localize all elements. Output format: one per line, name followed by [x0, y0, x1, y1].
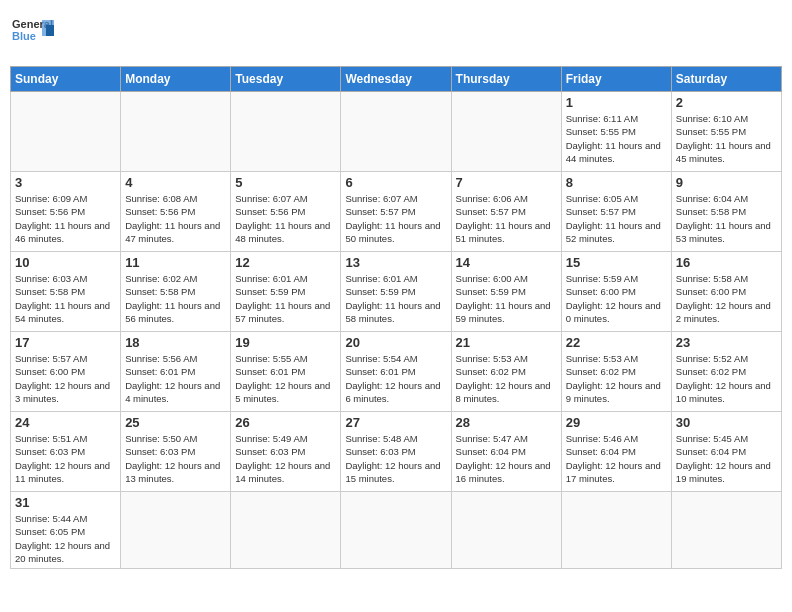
day-info: Sunrise: 5:52 AMSunset: 6:02 PMDaylight:…	[676, 352, 777, 405]
calendar-cell: 20Sunrise: 5:54 AMSunset: 6:01 PMDayligh…	[341, 332, 451, 412]
calendar-cell	[231, 92, 341, 172]
calendar-cell: 12Sunrise: 6:01 AMSunset: 5:59 PMDayligh…	[231, 252, 341, 332]
day-number: 26	[235, 415, 336, 430]
calendar-cell: 14Sunrise: 6:00 AMSunset: 5:59 PMDayligh…	[451, 252, 561, 332]
calendar-cell	[671, 492, 781, 569]
day-info: Sunrise: 6:10 AMSunset: 5:55 PMDaylight:…	[676, 112, 777, 165]
day-number: 20	[345, 335, 446, 350]
calendar-cell: 8Sunrise: 6:05 AMSunset: 5:57 PMDaylight…	[561, 172, 671, 252]
day-info: Sunrise: 5:59 AMSunset: 6:00 PMDaylight:…	[566, 272, 667, 325]
day-info: Sunrise: 6:02 AMSunset: 5:58 PMDaylight:…	[125, 272, 226, 325]
calendar-cell	[341, 92, 451, 172]
calendar-header-row: SundayMondayTuesdayWednesdayThursdayFrid…	[11, 67, 782, 92]
calendar-cell: 26Sunrise: 5:49 AMSunset: 6:03 PMDayligh…	[231, 412, 341, 492]
day-info: Sunrise: 6:01 AMSunset: 5:59 PMDaylight:…	[345, 272, 446, 325]
calendar-cell: 16Sunrise: 5:58 AMSunset: 6:00 PMDayligh…	[671, 252, 781, 332]
column-header-monday: Monday	[121, 67, 231, 92]
day-info: Sunrise: 6:00 AMSunset: 5:59 PMDaylight:…	[456, 272, 557, 325]
day-number: 18	[125, 335, 226, 350]
calendar-cell: 29Sunrise: 5:46 AMSunset: 6:04 PMDayligh…	[561, 412, 671, 492]
day-info: Sunrise: 6:07 AMSunset: 5:57 PMDaylight:…	[345, 192, 446, 245]
day-number: 24	[15, 415, 116, 430]
day-number: 29	[566, 415, 667, 430]
day-info: Sunrise: 5:48 AMSunset: 6:03 PMDaylight:…	[345, 432, 446, 485]
day-info: Sunrise: 5:57 AMSunset: 6:00 PMDaylight:…	[15, 352, 116, 405]
calendar-cell: 17Sunrise: 5:57 AMSunset: 6:00 PMDayligh…	[11, 332, 121, 412]
calendar-cell: 15Sunrise: 5:59 AMSunset: 6:00 PMDayligh…	[561, 252, 671, 332]
logo: General Blue	[10, 10, 60, 60]
day-info: Sunrise: 5:54 AMSunset: 6:01 PMDaylight:…	[345, 352, 446, 405]
day-number: 22	[566, 335, 667, 350]
day-number: 23	[676, 335, 777, 350]
day-info: Sunrise: 5:55 AMSunset: 6:01 PMDaylight:…	[235, 352, 336, 405]
day-info: Sunrise: 6:03 AMSunset: 5:58 PMDaylight:…	[15, 272, 116, 325]
day-number: 5	[235, 175, 336, 190]
day-number: 25	[125, 415, 226, 430]
logo-svg: General Blue	[10, 10, 60, 60]
calendar-cell: 27Sunrise: 5:48 AMSunset: 6:03 PMDayligh…	[341, 412, 451, 492]
calendar-cell: 13Sunrise: 6:01 AMSunset: 5:59 PMDayligh…	[341, 252, 451, 332]
calendar-cell: 7Sunrise: 6:06 AMSunset: 5:57 PMDaylight…	[451, 172, 561, 252]
day-number: 16	[676, 255, 777, 270]
calendar-cell	[561, 492, 671, 569]
calendar-cell: 19Sunrise: 5:55 AMSunset: 6:01 PMDayligh…	[231, 332, 341, 412]
day-number: 13	[345, 255, 446, 270]
svg-text:Blue: Blue	[12, 30, 36, 42]
day-number: 28	[456, 415, 557, 430]
calendar-cell	[11, 92, 121, 172]
day-info: Sunrise: 5:50 AMSunset: 6:03 PMDaylight:…	[125, 432, 226, 485]
day-info: Sunrise: 6:09 AMSunset: 5:56 PMDaylight:…	[15, 192, 116, 245]
column-header-friday: Friday	[561, 67, 671, 92]
calendar-cell: 30Sunrise: 5:45 AMSunset: 6:04 PMDayligh…	[671, 412, 781, 492]
day-number: 6	[345, 175, 446, 190]
calendar-cell: 1Sunrise: 6:11 AMSunset: 5:55 PMDaylight…	[561, 92, 671, 172]
day-info: Sunrise: 5:53 AMSunset: 6:02 PMDaylight:…	[566, 352, 667, 405]
day-info: Sunrise: 5:58 AMSunset: 6:00 PMDaylight:…	[676, 272, 777, 325]
day-info: Sunrise: 5:44 AMSunset: 6:05 PMDaylight:…	[15, 512, 116, 565]
column-header-sunday: Sunday	[11, 67, 121, 92]
calendar-cell	[231, 492, 341, 569]
calendar-cell: 25Sunrise: 5:50 AMSunset: 6:03 PMDayligh…	[121, 412, 231, 492]
day-info: Sunrise: 6:04 AMSunset: 5:58 PMDaylight:…	[676, 192, 777, 245]
column-header-thursday: Thursday	[451, 67, 561, 92]
day-number: 2	[676, 95, 777, 110]
day-number: 19	[235, 335, 336, 350]
calendar-cell: 28Sunrise: 5:47 AMSunset: 6:04 PMDayligh…	[451, 412, 561, 492]
calendar-cell: 23Sunrise: 5:52 AMSunset: 6:02 PMDayligh…	[671, 332, 781, 412]
day-info: Sunrise: 6:08 AMSunset: 5:56 PMDaylight:…	[125, 192, 226, 245]
day-number: 4	[125, 175, 226, 190]
day-info: Sunrise: 6:05 AMSunset: 5:57 PMDaylight:…	[566, 192, 667, 245]
day-info: Sunrise: 6:06 AMSunset: 5:57 PMDaylight:…	[456, 192, 557, 245]
day-number: 10	[15, 255, 116, 270]
calendar-cell: 31Sunrise: 5:44 AMSunset: 6:05 PMDayligh…	[11, 492, 121, 569]
calendar-cell: 22Sunrise: 5:53 AMSunset: 6:02 PMDayligh…	[561, 332, 671, 412]
day-number: 15	[566, 255, 667, 270]
day-number: 3	[15, 175, 116, 190]
day-info: Sunrise: 5:47 AMSunset: 6:04 PMDaylight:…	[456, 432, 557, 485]
column-header-saturday: Saturday	[671, 67, 781, 92]
calendar-cell: 11Sunrise: 6:02 AMSunset: 5:58 PMDayligh…	[121, 252, 231, 332]
day-info: Sunrise: 5:51 AMSunset: 6:03 PMDaylight:…	[15, 432, 116, 485]
calendar-cell: 9Sunrise: 6:04 AMSunset: 5:58 PMDaylight…	[671, 172, 781, 252]
day-info: Sunrise: 6:01 AMSunset: 5:59 PMDaylight:…	[235, 272, 336, 325]
day-info: Sunrise: 5:49 AMSunset: 6:03 PMDaylight:…	[235, 432, 336, 485]
day-number: 8	[566, 175, 667, 190]
calendar-cell: 21Sunrise: 5:53 AMSunset: 6:02 PMDayligh…	[451, 332, 561, 412]
calendar-cell	[451, 92, 561, 172]
day-number: 7	[456, 175, 557, 190]
calendar-cell: 2Sunrise: 6:10 AMSunset: 5:55 PMDaylight…	[671, 92, 781, 172]
calendar-table: SundayMondayTuesdayWednesdayThursdayFrid…	[10, 66, 782, 569]
calendar-cell: 10Sunrise: 6:03 AMSunset: 5:58 PMDayligh…	[11, 252, 121, 332]
calendar-cell: 6Sunrise: 6:07 AMSunset: 5:57 PMDaylight…	[341, 172, 451, 252]
column-header-wednesday: Wednesday	[341, 67, 451, 92]
calendar-cell: 24Sunrise: 5:51 AMSunset: 6:03 PMDayligh…	[11, 412, 121, 492]
calendar-cell: 18Sunrise: 5:56 AMSunset: 6:01 PMDayligh…	[121, 332, 231, 412]
day-number: 30	[676, 415, 777, 430]
day-info: Sunrise: 5:53 AMSunset: 6:02 PMDaylight:…	[456, 352, 557, 405]
day-number: 14	[456, 255, 557, 270]
day-info: Sunrise: 6:07 AMSunset: 5:56 PMDaylight:…	[235, 192, 336, 245]
day-info: Sunrise: 6:11 AMSunset: 5:55 PMDaylight:…	[566, 112, 667, 165]
calendar-cell: 5Sunrise: 6:07 AMSunset: 5:56 PMDaylight…	[231, 172, 341, 252]
day-number: 1	[566, 95, 667, 110]
day-info: Sunrise: 5:46 AMSunset: 6:04 PMDaylight:…	[566, 432, 667, 485]
